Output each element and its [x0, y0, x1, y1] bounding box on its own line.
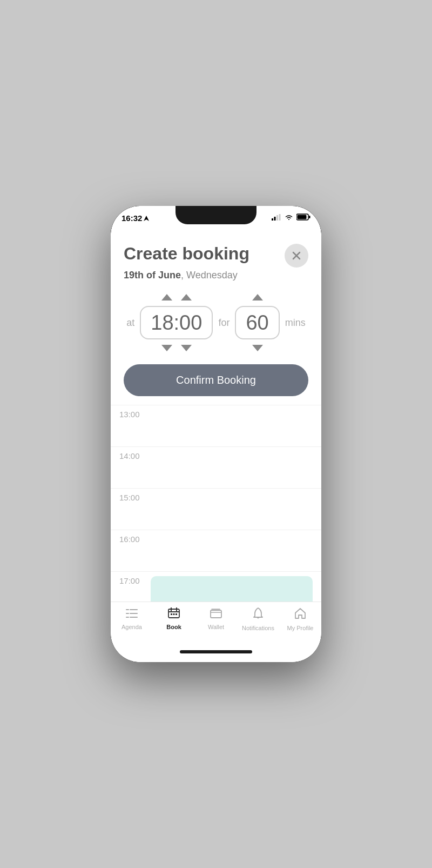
hour-up-button[interactable] — [159, 292, 174, 303]
time-slot — [148, 530, 321, 571]
time-row: 14:00 — [111, 446, 321, 488]
wallet-icon — [210, 607, 222, 622]
time-display: 16:32 — [122, 213, 142, 223]
close-button[interactable] — [285, 244, 308, 268]
calendar-icon — [168, 607, 180, 618]
svg-marker-13 — [252, 294, 263, 301]
time-picker-group: 18:00 — [140, 292, 213, 353]
notch — [176, 206, 256, 224]
time-label: 15:00 — [111, 489, 148, 502]
modal-title: Create booking — [124, 244, 249, 264]
svg-marker-10 — [181, 294, 192, 301]
hour-down-button[interactable] — [159, 343, 174, 353]
time-row: 15:00 — [111, 488, 321, 530]
tab-item-agenda[interactable]: Agenda — [111, 607, 153, 630]
tab-item-book[interactable]: Book — [153, 607, 195, 630]
duration-display-box: 60 — [235, 306, 279, 339]
home-indicator-area — [111, 650, 321, 662]
svg-marker-11 — [161, 345, 172, 351]
duration-picker-group: 60 — [235, 292, 279, 353]
time-row: 17:00 — [111, 571, 321, 602]
modal-date: 19th of June, Wednesday — [124, 270, 308, 281]
mins-label: mins — [285, 317, 306, 329]
status-time: 16:32 — [122, 213, 149, 223]
svg-marker-12 — [181, 345, 192, 351]
tab-label-notifications: Notifications — [242, 625, 274, 631]
svg-rect-28 — [211, 610, 221, 618]
for-label: for — [218, 317, 230, 329]
time-row: 13:00 — [111, 405, 321, 446]
signal-icon — [272, 214, 281, 221]
svg-rect-25 — [171, 613, 172, 615]
battery-icon — [296, 213, 310, 221]
up-arrow-icon — [252, 294, 263, 301]
modal-header: Create booking — [124, 244, 308, 268]
time-slot — [148, 447, 321, 488]
home-icon — [295, 607, 306, 619]
at-label: at — [126, 317, 134, 329]
location-icon — [144, 216, 149, 221]
modal-date-strong: 19th of June — [124, 270, 181, 281]
close-icon — [292, 251, 301, 260]
svg-rect-26 — [173, 613, 175, 615]
time-label: 17:00 — [111, 572, 148, 585]
time-label: 16:00 — [111, 530, 148, 544]
down-arrow-icon — [161, 345, 172, 351]
phone-screen: 16:32 — [111, 206, 321, 662]
time-picker: at 18:00 — [124, 292, 308, 353]
svg-marker-9 — [161, 294, 172, 301]
time-display-box: 18:00 — [140, 306, 213, 339]
svg-rect-3 — [279, 214, 281, 221]
minute-down-button[interactable] — [179, 343, 194, 353]
schedule-area: 13:00 14:00 15:00 16:00 — [111, 405, 321, 602]
content: Create booking 19th of June, Wednesday a… — [111, 233, 321, 662]
tab-item-my-profile[interactable]: My Profile — [279, 607, 321, 631]
tab-label-wallet: Wallet — [208, 624, 224, 630]
time-slot — [148, 572, 321, 602]
wallet-svg-icon — [210, 609, 222, 618]
modal-area: Create booking 19th of June, Wednesday a… — [111, 233, 321, 405]
tab-label-agenda: Agenda — [122, 624, 142, 630]
up-arrow-icon — [161, 294, 172, 301]
bell-icon — [253, 607, 264, 619]
wifi-icon — [285, 214, 293, 221]
svg-rect-27 — [176, 613, 177, 615]
status-icons — [272, 213, 310, 221]
time-slot — [148, 489, 321, 530]
tab-label-book: Book — [166, 624, 181, 630]
time-slot — [148, 405, 321, 446]
down-arrow-icon — [181, 345, 192, 351]
my-profile-icon — [295, 607, 306, 623]
time-label: 13:00 — [111, 405, 148, 419]
modal-date-rest: , Wednesday — [181, 270, 238, 281]
tab-item-wallet[interactable]: Wallet — [195, 607, 237, 630]
notifications-icon — [253, 607, 264, 623]
down-arrow-icon — [252, 345, 263, 351]
duration-down-button[interactable] — [250, 343, 265, 353]
up-arrow-icon — [181, 294, 192, 301]
minute-up-button[interactable] — [179, 292, 194, 303]
teal-event-top — [151, 576, 313, 602]
svg-rect-5 — [309, 216, 310, 218]
svg-rect-1 — [274, 217, 276, 221]
tab-label-my-profile: My Profile — [287, 625, 314, 631]
svg-marker-14 — [252, 345, 263, 351]
time-label: 14:00 — [111, 447, 148, 460]
svg-rect-2 — [276, 215, 278, 221]
list-icon — [126, 609, 138, 618]
confirm-booking-button[interactable]: Confirm Booking — [124, 364, 308, 396]
agenda-icon — [126, 607, 138, 622]
duration-up-button[interactable] — [250, 292, 265, 303]
tab-item-notifications[interactable]: Notifications — [237, 607, 279, 631]
svg-rect-6 — [298, 215, 307, 219]
tab-bar: Agenda Boo — [111, 602, 321, 650]
svg-rect-0 — [272, 218, 273, 221]
home-indicator — [180, 650, 252, 653]
phone-frame: 16:32 — [111, 206, 321, 662]
time-row: 16:00 — [111, 530, 321, 571]
book-icon — [168, 607, 180, 622]
